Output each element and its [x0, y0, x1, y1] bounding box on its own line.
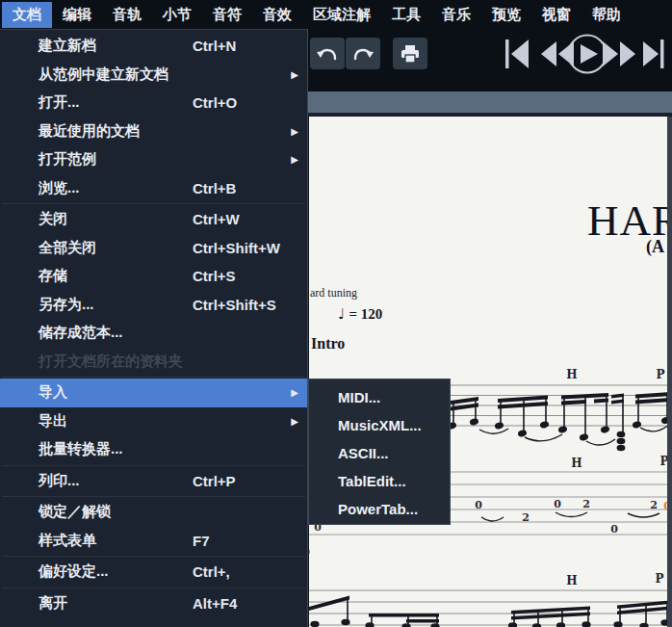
menu-item-23[interactable]: 偏好设定...Ctrl+,: [0, 558, 307, 587]
import-submenu-item-1[interactable]: MusicXML...: [309, 411, 450, 439]
menubar-item-3[interactable]: 小节: [152, 2, 202, 28]
tab-fret-number-0[interactable]: 0: [475, 499, 482, 511]
skip-to-start-button[interactable]: [505, 39, 529, 68]
menu-item-8[interactable]: 全部关闭Ctrl+Shift+W: [0, 234, 307, 263]
menu-item-11[interactable]: 储存成范本...: [0, 319, 307, 348]
tab-fret-number-5[interactable]: 2: [650, 499, 658, 511]
menu-item-9[interactable]: 存储Ctrl+S: [0, 262, 307, 291]
play-button[interactable]: [569, 36, 607, 73]
articulation-mark-4: H: [566, 574, 577, 588]
menu-item-4[interactable]: 打开范例▶: [0, 145, 307, 174]
import-submenu-item-2[interactable]: ASCII...: [309, 439, 450, 467]
menu-item-shortcut: F7: [193, 533, 210, 549]
tuning-label: ard tuning: [310, 286, 357, 300]
skip-to-end-button[interactable]: [643, 39, 664, 68]
menu-item-label: 偏好设定...: [39, 562, 109, 581]
menu-item-label: 批量转换器...: [39, 440, 123, 458]
menu-item-14[interactable]: 导入▶: [0, 379, 307, 407]
menu-item-1[interactable]: 从范例中建立新文档▶: [0, 61, 307, 90]
import-submenu-item-4[interactable]: PowerTab...: [309, 495, 450, 523]
menubar-item-11[interactable]: 帮助: [582, 2, 632, 28]
menu-item-shortcut: Ctrl+P: [193, 473, 236, 489]
menubar-item-8[interactable]: 音乐: [431, 2, 481, 28]
tab-fret-number-1[interactable]: 2: [522, 511, 530, 524]
menubar-item-9[interactable]: 预览: [481, 2, 531, 28]
file-menu-items: 建立新档Ctrl+N从范例中建立新文档▶打开...Ctrl+O最近使用的文档▶打…: [0, 32, 307, 617]
menu-item-label: 最近使用的文档: [39, 122, 140, 141]
menu-separator: [2, 496, 305, 497]
beamed-notes: [447, 392, 667, 451]
menu-item-label: 关闭: [39, 210, 67, 228]
menu-item-7[interactable]: 关闭Ctrl+W: [0, 205, 307, 234]
menu-item-label: 样式表单: [39, 532, 96, 550]
submenu-arrow-icon: ▶: [291, 154, 298, 165]
menubar-item-4[interactable]: 音符: [202, 2, 252, 28]
menubar-item-5[interactable]: 音效: [252, 2, 302, 28]
menu-separator: [2, 377, 305, 378]
menu-item-label: 打开文档所在的资料夹: [39, 353, 183, 371]
import-submenu-items: MIDI...MusicXML...ASCII...TablEdit...Pow…: [309, 383, 450, 523]
articulation-mark-0: H: [566, 368, 577, 381]
menu-item-label: 从范例中建立新文档: [39, 65, 168, 84]
menubar-item-7[interactable]: 工具: [381, 2, 431, 28]
menu-item-16[interactable]: 批量转换器...: [0, 435, 307, 464]
menubar: 文档编辑音轨小节音符音效区域注解工具音乐预览视窗帮助: [0, 0, 672, 29]
menu-item-shortcut: Ctrl+Shift+W: [193, 240, 280, 256]
submenu-arrow-icon: ▶: [291, 69, 298, 80]
menu-item-5[interactable]: 浏览...Ctrl+B: [0, 174, 307, 203]
import-submenu-item-0[interactable]: MIDI...: [309, 383, 450, 411]
submenu-item-label: ASCII...: [338, 445, 389, 461]
menubar-item-10[interactable]: 视窗: [531, 2, 582, 28]
menu-item-2[interactable]: 打开...Ctrl+O: [0, 89, 307, 118]
menubar-item-0[interactable]: 文档: [2, 2, 52, 28]
menu-item-label: 存储: [39, 267, 67, 285]
menu-separator: [2, 465, 305, 466]
menu-item-15[interactable]: 导出▶: [0, 407, 307, 436]
articulation-mark-3: P: [659, 455, 667, 468]
menu-item-label: 储存成范本...: [39, 324, 123, 342]
import-submenu-item-3[interactable]: TablEdit...: [309, 467, 450, 495]
print-button[interactable]: [393, 38, 427, 69]
articulation-mark-5: P: [655, 572, 663, 586]
menu-item-20[interactable]: 锁定／解锁: [0, 498, 307, 527]
menu-item-18[interactable]: 列印...Ctrl+P: [0, 467, 307, 496]
menu-item-label: 打开...: [39, 93, 80, 112]
menu-item-label: 浏览...: [39, 179, 80, 197]
tempo-value: = 120: [349, 306, 383, 322]
submenu-arrow-icon: ▶: [291, 387, 298, 398]
submenu-item-label: TablEdit...: [338, 473, 406, 489]
redo-icon: [351, 43, 375, 65]
undo-button[interactable]: [310, 38, 345, 69]
submenu-item-label: MusicXML...: [338, 417, 422, 433]
menu-item-10[interactable]: 另存为...Ctrl+Shift+S: [0, 291, 307, 320]
menubar-item-2[interactable]: 音轨: [102, 2, 152, 28]
menu-item-25[interactable]: 离开Alt+F4: [0, 589, 307, 618]
submenu-arrow-icon: ▶: [291, 416, 298, 427]
menubar-item-1[interactable]: 编辑: [52, 2, 102, 28]
menu-item-shortcut: Ctrl+O: [193, 94, 237, 111]
menubar-item-6[interactable]: 区域注解: [302, 2, 381, 28]
submenu-item-label: PowerTab...: [338, 501, 418, 517]
score-page[interactable]: HAR (A ard tuning ♩ = 120 Intro: [309, 117, 667, 627]
menu-item-shortcut: Ctrl+Shift+S: [193, 297, 276, 313]
menu-item-label: 全部关闭: [39, 239, 96, 257]
playback-controls: [503, 34, 672, 80]
menu-item-shortcut: Alt+F4: [193, 595, 237, 612]
tab-fret-number-2[interactable]: 0: [554, 498, 561, 510]
menu-separator: [2, 556, 305, 557]
menu-separator: [2, 203, 305, 204]
tab-fret-number-3[interactable]: 2: [582, 498, 590, 510]
redo-button[interactable]: [346, 38, 380, 69]
menu-item-label: 列印...: [39, 472, 80, 490]
menu-item-0[interactable]: 建立新档Ctrl+N: [0, 32, 307, 61]
menu-item-3[interactable]: 最近使用的文档▶: [0, 118, 307, 146]
articulation-mark-2: H: [571, 457, 582, 470]
fast-forward-button[interactable]: [603, 41, 635, 66]
document-toolbar-strip: [308, 91, 672, 116]
app-window: HAR (A ard tuning ♩ = 120 Intro: [0, 0, 672, 627]
score-subtitle: (A: [646, 237, 664, 257]
menu-item-label: 离开: [39, 594, 67, 613]
menu-item-21[interactable]: 样式表单F7: [0, 527, 307, 556]
tab-fret-number-4[interactable]: 0: [610, 523, 618, 536]
tab-fret-number-8[interactable]: 0: [309, 546, 310, 559]
